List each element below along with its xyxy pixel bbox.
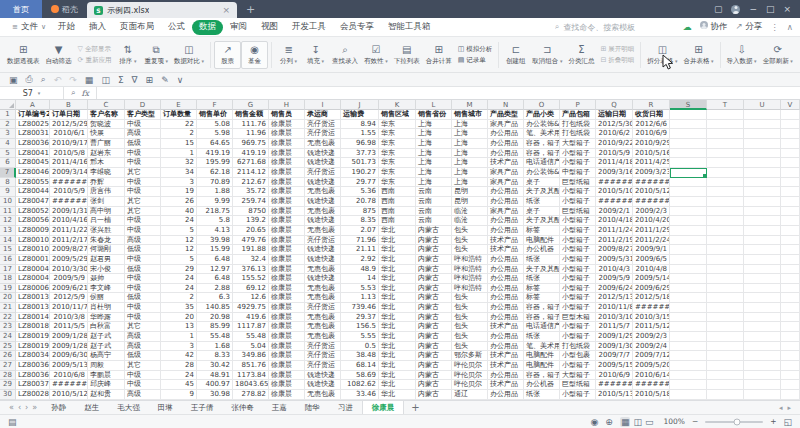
cell-C14[interactable]: 朱春龙	[88, 236, 125, 246]
cell-P22[interactable]: 巨型木箱	[560, 313, 596, 323]
cell-S28[interactable]	[670, 371, 707, 381]
cell-R13[interactable]: 2011/1/29	[633, 226, 670, 236]
maximize-icon[interactable]: □	[766, 4, 775, 14]
cell-F18[interactable]: 6.48	[197, 274, 233, 284]
cell-A19[interactable]: LZ8000614	[16, 284, 50, 294]
cell-P2[interactable]: 打包纸袋	[560, 120, 596, 130]
cell-U26[interactable]	[744, 351, 781, 361]
cell-I13[interactable]: 无惠包裹	[305, 226, 341, 236]
cell-J26[interactable]: 38.48	[341, 351, 379, 361]
cell-F20[interactable]: 6.3	[197, 293, 233, 303]
sheet-tab-张仲奇[interactable]: 张仲奇	[222, 401, 263, 414]
fx-icon[interactable]: fx	[81, 89, 88, 98]
cell-H6[interactable]: 徐康晨	[269, 158, 305, 168]
cell-G11[interactable]: 8750	[233, 207, 269, 217]
prev-sheet-icon[interactable]: ‹	[18, 403, 21, 412]
cell-K22[interactable]: 华北	[379, 313, 416, 323]
cell-H5[interactable]: 徐康晨	[269, 149, 305, 159]
cell-V22[interactable]	[781, 313, 800, 323]
cell-H15[interactable]: 徐康晨	[269, 245, 305, 255]
row-number-17[interactable]: 17	[0, 265, 16, 275]
autosum-icon[interactable]: Σ	[118, 75, 124, 85]
cell-A9[interactable]: LZ8004461	[16, 187, 50, 197]
cell-C11[interactable]: 高中明	[88, 207, 125, 217]
cell-R12[interactable]: 2010/4/20	[633, 216, 670, 226]
column-header-U[interactable]: U	[744, 100, 781, 110]
cell-G17[interactable]: 376.13	[233, 265, 269, 275]
cell-K1[interactable]: 销售区域	[379, 110, 416, 120]
cell-C18[interactable]: 聂帅	[88, 274, 125, 284]
cell-N19[interactable]: 办公用品	[488, 284, 524, 294]
cell-S2[interactable]	[670, 120, 707, 130]
cell-R4[interactable]: 2010/9/29	[633, 139, 670, 149]
cell-O22[interactable]: 容器，箱子	[524, 313, 560, 323]
cell-R28[interactable]: 2010/6/14	[633, 371, 670, 381]
cell-H14[interactable]: 徐康晨	[269, 236, 305, 246]
cell-R24[interactable]: 2009/2/3	[633, 332, 670, 342]
cell-V19[interactable]	[781, 284, 800, 294]
cell-S7[interactable]	[670, 168, 707, 178]
cell-D18[interactable]: 中级	[125, 274, 161, 284]
cell-E3[interactable]: 2	[161, 129, 197, 139]
cell-U4[interactable]	[744, 139, 781, 149]
row-number-11[interactable]: 11	[0, 207, 16, 217]
cell-M12[interactable]: 临沧	[452, 216, 488, 226]
cell-K11[interactable]: 西南	[379, 207, 416, 217]
cell-P24[interactable]: 小型箱子	[560, 332, 596, 342]
cell-L25[interactable]: 内蒙古	[416, 342, 452, 352]
cell-G3[interactable]: 11.96	[233, 129, 269, 139]
cell-O29[interactable]: 办公机器	[524, 380, 560, 390]
zoom-level[interactable]: 100%	[663, 417, 684, 426]
cell-I27[interactable]: 亮仔货运	[305, 361, 341, 371]
cell-P10[interactable]: 小型箱子	[560, 197, 596, 207]
scroll-left-icon[interactable]: ◂	[779, 404, 783, 412]
cell-N10[interactable]: 办公用品	[488, 197, 524, 207]
cell-K7[interactable]: 华东	[379, 168, 416, 178]
close-window-icon[interactable]: ×	[783, 4, 791, 14]
cell-T1[interactable]	[707, 110, 744, 120]
cell-I21[interactable]: 亮仔货运	[305, 303, 341, 313]
cell-A7[interactable]: LZ8004624	[16, 168, 50, 178]
cell-T8[interactable]	[707, 178, 744, 188]
cell-C21[interactable]: 肖杜明	[88, 303, 125, 313]
cell-K18[interactable]: 华北	[379, 274, 416, 284]
cell-B20[interactable]: 2012/5/9	[50, 293, 88, 303]
cell-J27[interactable]: 68.14	[341, 361, 379, 371]
cell-L2[interactable]: 上海	[416, 120, 452, 130]
borders-icon[interactable]: ▦	[85, 75, 94, 85]
column-header-O[interactable]: O	[524, 100, 560, 110]
cell-O1[interactable]: 产品小类	[524, 110, 560, 120]
cell-U16[interactable]	[744, 255, 781, 265]
cell-J18[interactable]: 14	[341, 274, 379, 284]
cell-L21[interactable]: 内蒙古	[416, 303, 452, 313]
cell-M2[interactable]: 上海	[452, 120, 488, 130]
column-header-F[interactable]: F	[197, 100, 233, 110]
cell-H8[interactable]: 徐康晨	[269, 178, 305, 188]
cell-T11[interactable]	[707, 207, 744, 217]
account-avatar[interactable]	[731, 5, 740, 14]
first-sheet-icon[interactable]: «	[9, 403, 14, 412]
cell-T15[interactable]	[707, 245, 744, 255]
cell-O10[interactable]: 纸张	[524, 197, 560, 207]
cell-P9[interactable]: 小型箱子	[560, 187, 596, 197]
more-menu-icon[interactable]: ⋮	[770, 22, 779, 32]
cell-T5[interactable]	[707, 149, 744, 159]
cell-A21[interactable]: LZ8001334	[16, 303, 50, 313]
ribbon-tool-导入数据[interactable]: ⇩导入数据	[724, 42, 760, 68]
cell-D17[interactable]: 低级	[125, 265, 161, 275]
cell-U19[interactable]	[744, 284, 781, 294]
formula-input[interactable]	[97, 87, 800, 99]
workspace-icon[interactable]: ▢	[714, 4, 723, 14]
cell-G1[interactable]: 销售金额	[233, 110, 269, 120]
cell-J9[interactable]: 5.36	[341, 187, 379, 197]
cell-V3[interactable]	[781, 129, 800, 139]
zoom-formula-icon[interactable]: ⌕	[71, 88, 75, 98]
fullscreen-icon[interactable]: ◱	[783, 417, 792, 427]
cell-I28[interactable]: 钱途快递	[305, 371, 341, 381]
column-header-M[interactable]: M	[452, 100, 488, 110]
cell-Q10[interactable]: ########	[596, 197, 633, 207]
cell-U6[interactable]	[744, 158, 781, 168]
cell-Q15[interactable]: 2009/8/27	[596, 245, 633, 255]
cell-T21[interactable]	[707, 303, 744, 313]
cell-S10[interactable]	[670, 197, 707, 207]
